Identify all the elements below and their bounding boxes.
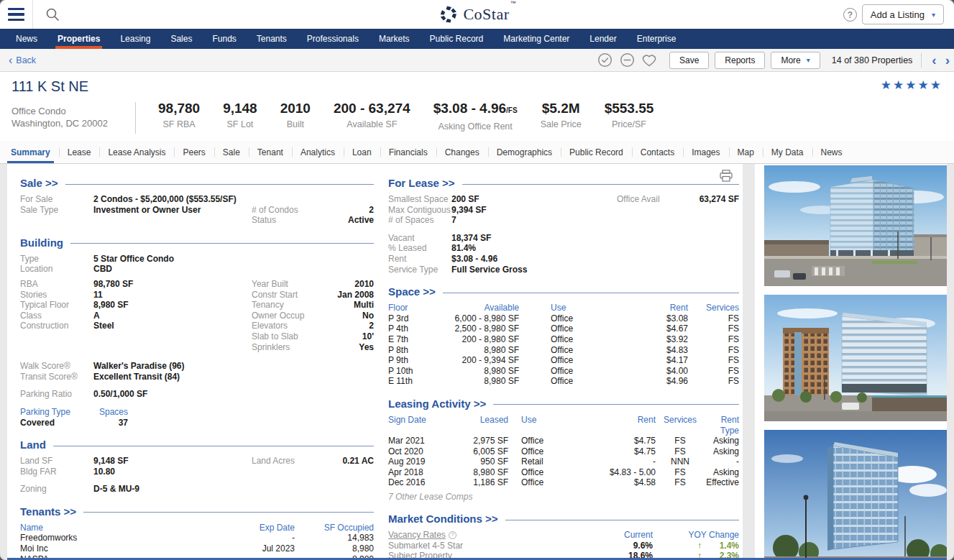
- parking-table-header: Parking TypeSpaces: [20, 407, 374, 418]
- table-row: P 8th8,980 SFOffice$4.83FS: [388, 345, 739, 356]
- property-photo-3[interactable]: [764, 430, 947, 560]
- nav-item-lender[interactable]: Lender: [579, 29, 626, 49]
- nav-item-tenants[interactable]: Tenants: [247, 29, 297, 49]
- field-constr-start: Constr StartJan 2008: [252, 290, 374, 300]
- back-link[interactable]: ‹ Back: [9, 55, 36, 65]
- property-photo-2[interactable]: [764, 295, 947, 421]
- chevron-left-icon: ‹: [9, 56, 12, 65]
- tab-lease-analysis[interactable]: Lease Analysis: [99, 141, 174, 163]
- market-conditions-section-link[interactable]: Market Conditions >>: [388, 513, 498, 525]
- stat-asking-rent: $3.08 - 4.96/FS Asking Office Rent: [422, 100, 529, 132]
- hamburger-menu-icon[interactable]: [0, 0, 33, 29]
- property-toolbar: ‹ Back Save Reports More ▾ 14 of 380 Pro…: [0, 49, 954, 72]
- field-walk-score: Walk Score®Walker's Paradise (96): [20, 361, 374, 372]
- info-icon[interactable]: ?: [449, 531, 457, 539]
- field-num-spaces: # of Spaces7: [388, 215, 617, 226]
- help-icon[interactable]: ?: [843, 8, 857, 22]
- divider: [135, 102, 136, 134]
- field-rba: RBA98,780 SF: [20, 279, 252, 290]
- table-row: P 10th8,980 SFOffice$4.00FS: [388, 366, 739, 377]
- nav-item-news[interactable]: News: [6, 29, 47, 49]
- key-stats: 98,780 SF RBA 9,148 SF Lot 2010 Built 20…: [147, 100, 665, 132]
- table-row: Oct 20206,005 SFOffice$4.75FSAsking: [388, 446, 739, 457]
- property-photo-1[interactable]: [764, 165, 947, 286]
- nav-item-enterprise[interactable]: Enterprise: [627, 29, 687, 49]
- lease-comps-footnote[interactable]: 7 Other Lease Comps: [388, 492, 739, 502]
- tab-financials[interactable]: Financials: [380, 141, 436, 163]
- field-class: ClassA: [20, 311, 252, 321]
- field-vacant: Vacant18,374 SF: [388, 233, 617, 244]
- field-pct-leased: % Leased81.4%: [388, 243, 617, 254]
- nav-item-markets[interactable]: Markets: [369, 29, 420, 49]
- table-row: P 3rd6,000 - 8,980 SFOffice$3.08FS: [388, 313, 739, 324]
- field-slab-to-slab: Slab to Slab10': [252, 331, 374, 342]
- tab-tenant[interactable]: Tenant: [249, 141, 292, 163]
- minus-circle-icon[interactable]: [619, 52, 635, 68]
- table-row: Moi IncJul 20238,980: [20, 543, 374, 554]
- brand-trademark: ™: [510, 0, 516, 6]
- nav-item-funds[interactable]: Funds: [202, 29, 246, 49]
- field-construction: ConstructionSteel: [20, 321, 252, 331]
- field-smallest-space: Smallest Space200 SF: [388, 194, 617, 205]
- property-type: Office Condo: [12, 105, 108, 117]
- sale-section-link[interactable]: Sale >>: [20, 177, 58, 189]
- costar-logo[interactable]: CoStar™: [439, 0, 515, 29]
- check-circle-icon[interactable]: [597, 52, 613, 68]
- tenants-section-header: Tenants >>: [20, 505, 374, 518]
- table-row: P 4th2,500 - 8,980 SFOffice$4.67FS: [388, 323, 739, 334]
- tab-loan[interactable]: Loan: [344, 141, 380, 163]
- tab-my-data[interactable]: My Data: [763, 141, 812, 163]
- field-year-built: Year Built2010: [252, 279, 374, 290]
- tab-images[interactable]: Images: [683, 141, 728, 163]
- tab-peers[interactable]: Peers: [174, 141, 214, 163]
- tab-lease[interactable]: Lease: [59, 141, 100, 163]
- space-section-link[interactable]: Space >>: [388, 285, 436, 298]
- table-row: Freedomworks-14,983: [20, 533, 374, 543]
- table-row: Covered37: [20, 418, 374, 428]
- tab-sale[interactable]: Sale: [214, 141, 249, 163]
- favorite-heart-icon[interactable]: [641, 52, 657, 68]
- tab-summary[interactable]: Summary: [2, 141, 59, 163]
- costar-pinwheel-icon: [439, 5, 457, 24]
- nav-item-sales[interactable]: Sales: [160, 29, 202, 49]
- right-column: For Lease >> Smallest Space200 SF Max Co…: [388, 171, 739, 560]
- save-button[interactable]: Save: [669, 52, 709, 69]
- vacancy-rates-link[interactable]: Vacancy Rates: [388, 530, 446, 541]
- field-parking-ratio: Parking Ratio0.50/1,000 SF: [20, 389, 374, 400]
- more-button[interactable]: More ▾: [771, 52, 820, 69]
- field-sale-type: Sale TypeInvestment or Owner User: [20, 205, 252, 216]
- nav-item-professionals[interactable]: Professionals: [297, 29, 369, 49]
- tab-news[interactable]: News: [812, 141, 851, 163]
- prev-property-button[interactable]: ‹: [927, 53, 940, 68]
- add-listing-button[interactable]: Add a Listing ▾: [862, 4, 944, 24]
- field-max-contiguous: Max Contiguous9,394 SF: [388, 205, 617, 216]
- nav-item-properties[interactable]: Properties: [47, 29, 110, 49]
- tab-contacts[interactable]: Contacts: [632, 141, 683, 163]
- nav-item-marketing-center[interactable]: Marketing Center: [493, 29, 579, 49]
- tab-public-record[interactable]: Public Record: [561, 141, 632, 163]
- space-section-header: Space >>: [388, 285, 739, 298]
- tab-analytics[interactable]: Analytics: [292, 141, 344, 163]
- field-typical-floor: Typical Floor8,980 SF: [20, 300, 252, 311]
- nav-item-public-record[interactable]: Public Record: [420, 29, 494, 49]
- table-row: Submarket 4-5 Star 9.6% ↑1.4%: [388, 541, 739, 551]
- leasing-activity-section-link[interactable]: Leasing Activity >>: [388, 398, 486, 410]
- tab-map[interactable]: Map: [729, 141, 763, 163]
- tab-changes[interactable]: Changes: [436, 141, 488, 163]
- property-header: 111 K St NE Office Condo Washington, DC …: [0, 72, 954, 141]
- toolbar-divider: [921, 53, 922, 68]
- tab-demographics[interactable]: Demographics: [488, 141, 561, 163]
- field-rent: Rent$3.08 - 4.96: [388, 254, 617, 265]
- reports-button[interactable]: Reports: [715, 52, 765, 69]
- search-icon[interactable]: [42, 5, 63, 24]
- field-tenancy: TenancyMulti: [252, 300, 374, 311]
- next-property-button[interactable]: ›: [941, 53, 954, 68]
- tenants-section-link[interactable]: Tenants >>: [20, 505, 76, 518]
- table-row: Mar 20212,975 SFOffice$4.75FSAsking: [388, 436, 739, 446]
- stat-sf-lot: 9,148 SF Lot: [211, 100, 269, 132]
- field-land-acres: Land Acres0.21 AC: [252, 456, 374, 467]
- summary-card: Sale >> For Sale2 Condos - $5,200,000 ($…: [7, 164, 743, 560]
- market-table-header: Vacancy Rates? Current YOY Change: [388, 530, 739, 541]
- nav-item-leasing[interactable]: Leasing: [110, 29, 160, 49]
- for-lease-section-link[interactable]: For Lease >>: [388, 177, 455, 189]
